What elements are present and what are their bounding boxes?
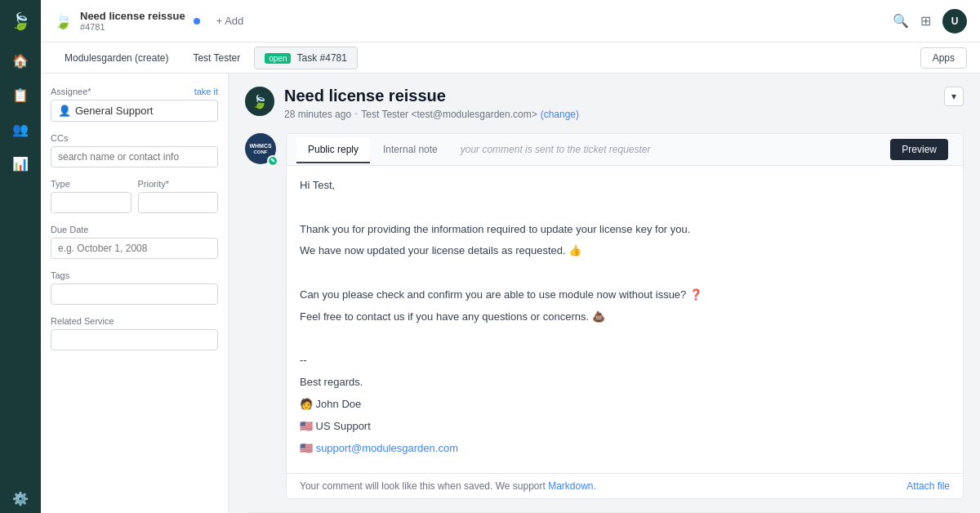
ticket-meta: 28 minutes ago • Test Tester <test@modul… — [284, 109, 934, 120]
priority-input[interactable]: Normal — [138, 192, 219, 213]
user-avatar[interactable]: U — [942, 9, 967, 33]
ticket-header: 🍃 Need license reissue 28 minutes ago • … — [245, 87, 964, 120]
take-it-link[interactable]: take it — [194, 87, 218, 96]
nav-home-icon[interactable]: 🏠 — [6, 46, 35, 75]
nav-reports-icon[interactable]: 📊 — [6, 149, 35, 178]
top-bar: 🍃 Need license reissue #4781 + Add 🔍 ⊞ U — [41, 0, 980, 42]
tab-bar: Modulesgarden (create) Test Tester open … — [41, 42, 980, 74]
reply-line-5 — [300, 265, 950, 282]
type-input[interactable]: Task — [51, 192, 131, 213]
top-bar-actions: 🔍 ⊞ U — [893, 9, 967, 33]
apps-button[interactable]: Apps — [920, 47, 967, 69]
content-area: Assignee* take it 👤 General Support CCs … — [41, 74, 980, 513]
search-icon[interactable]: 🔍 — [893, 13, 909, 29]
add-button[interactable]: + Add — [208, 11, 252, 30]
reply-line-2 — [300, 199, 950, 216]
tags-input[interactable] — [51, 283, 218, 305]
main-panel: 🍃 Need license reissue 28 minutes ago • … — [229, 74, 980, 513]
top-bar-ticket-id: #4781 — [80, 22, 185, 32]
ticket-title-area: 🍃 Need license reissue #4781 + Add — [54, 10, 893, 33]
priority-label: Priority* — [138, 179, 219, 189]
person-icon: 👤 — [58, 105, 71, 117]
tab-modulesgarden[interactable]: Modulesgarden (create) — [54, 47, 179, 69]
related-service-group: Related Service VPS Hostings - VPS #1 Ne… — [51, 316, 218, 350]
reply-line-1: Hi Test, — [300, 177, 950, 194]
assignee-input[interactable]: 👤 General Support — [51, 100, 218, 122]
main-wrapper: 🍃 Need license reissue #4781 + Add 🔍 ⊞ U… — [41, 0, 980, 513]
tags-group: Tags — [51, 270, 218, 305]
markdown-link[interactable]: Markdown. — [548, 480, 596, 492]
change-link[interactable]: (change) — [541, 109, 579, 120]
preview-button[interactable]: Preview — [890, 139, 948, 160]
nav-settings-icon[interactable]: ⚙️ — [6, 484, 35, 513]
priority-group: Priority* Normal — [138, 179, 219, 213]
internal-note-tab[interactable]: Internal note — [372, 137, 449, 163]
ticket-main-title: Need license reissue — [284, 87, 934, 105]
related-service-input[interactable]: VPS Hostings - VPS #1 New York - mynew! — [51, 329, 218, 350]
attach-file-button[interactable]: Attach file — [906, 480, 950, 492]
reply-line-10: Best regards. — [300, 374, 950, 391]
icon-rail: 🍃 🏠 📋 👥 📊 ⚙️ — [0, 0, 41, 513]
grid-icon[interactable]: ⊞ — [920, 13, 931, 29]
ticket-header-info: Need license reissue 28 minutes ago • Te… — [284, 87, 934, 120]
ticket-sender-logo: 🍃 — [245, 87, 274, 116]
ccs-label: CCs — [51, 133, 218, 143]
top-bar-ticket-name: Need license reissue — [80, 10, 185, 23]
nav-tickets-icon[interactable]: 📋 — [6, 80, 35, 109]
due-date-input[interactable] — [51, 238, 218, 259]
reply-line-12: 🇺🇸 US Support — [300, 418, 950, 435]
public-reply-tab[interactable]: Public reply — [296, 137, 370, 163]
assignee-label: Assignee* take it — [51, 87, 218, 96]
reply-line-13: 🇺🇸 support@modulesgarden.com — [300, 440, 950, 457]
nav-contacts-icon[interactable]: 👥 — [6, 114, 35, 144]
tab-open-badge: open — [265, 53, 291, 64]
avatar-badge: ✎ — [267, 155, 278, 167]
ticket-logo-icon: 🍃 — [54, 12, 72, 30]
ticket-title-block: Need license reissue #4781 — [80, 10, 185, 33]
ccs-area: CCs — [51, 133, 218, 167]
app-logo: 🍃 — [9, 10, 32, 33]
reply-line-11: 🧑 John Doe — [300, 396, 950, 413]
composer-area: WHMCS CONF ✎ Public reply Internal note … — [245, 133, 964, 499]
type-priority-row: Type Task Priority* Normal — [51, 179, 218, 213]
reply-line-6: Can you please check and confirm you are… — [300, 287, 950, 304]
reply-content[interactable]: Hi Test, Thank you for providing the inf… — [287, 166, 963, 473]
reply-line-9: -- — [300, 352, 950, 369]
reply-area: Public reply Internal note your comment … — [286, 133, 964, 499]
reply-line-3: Thank you for providing the information … — [300, 221, 950, 239]
due-date-group: Due Date — [51, 225, 218, 259]
tags-label: Tags — [51, 270, 218, 280]
composer-avatar: WHMCS CONF ✎ — [245, 133, 276, 164]
reply-line-7: Feel free to contact us if you have any … — [300, 309, 950, 326]
reply-tabs: Public reply Internal note your comment … — [287, 134, 963, 166]
support-email-link[interactable]: support@modulesgarden.com — [316, 442, 458, 454]
ccs-input[interactable] — [51, 146, 218, 167]
due-date-label: Due Date — [51, 225, 218, 234]
tab-test-tester[interactable]: Test Tester — [182, 47, 251, 69]
reply-hint: your comment is sent to the ticket reque… — [451, 137, 884, 162]
type-group: Type Task — [51, 179, 131, 213]
status-dot — [194, 18, 200, 25]
type-label: Type — [51, 179, 131, 189]
reply-footer: Your comment will look like this when sa… — [287, 473, 963, 498]
reply-line-4: We have now updated your license details… — [300, 243, 950, 260]
reply-area-box: Public reply Internal note your comment … — [286, 133, 964, 499]
ticket-dropdown-button[interactable]: ▾ — [944, 87, 964, 106]
markdown-note: Your comment will look like this when sa… — [300, 480, 906, 492]
tab-task[interactable]: open Task #4781 — [254, 47, 358, 69]
left-sidebar: Assignee* take it 👤 General Support CCs … — [41, 74, 229, 513]
related-service-label: Related Service — [51, 316, 218, 326]
reply-line-8 — [300, 331, 950, 348]
